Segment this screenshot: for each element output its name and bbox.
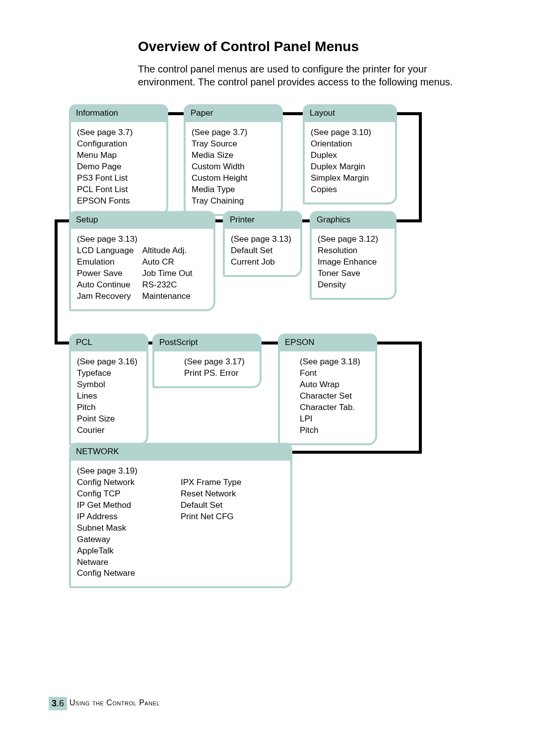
menu-item: Pitch: [300, 425, 369, 436]
menu-item: Point Size: [77, 413, 140, 425]
menu-item: Current Job: [231, 257, 294, 268]
menu-item: Maintenance: [142, 291, 208, 302]
menu-title: EPSON: [278, 334, 377, 351]
menu-item: EPSON Fonts: [77, 196, 160, 207]
menu-item: Menu Map: [77, 150, 160, 161]
menu-card-printer: Printer (See page 3.13) Default Set Curr…: [223, 211, 302, 277]
menu-item: IP Address: [77, 511, 181, 523]
menu-card-information: Information (See page 3.7) Configuration…: [69, 104, 168, 216]
page-ref: (See page 3.13): [77, 234, 207, 245]
page-ref: (See page 3.16): [77, 356, 140, 368]
menu-item: Copies: [311, 184, 389, 196]
menu-item: Toner Save: [318, 268, 389, 279]
menu-item: Reset Network: [181, 488, 284, 500]
menu-item: Jam Recovery: [77, 291, 142, 302]
menu-title: PostScript: [152, 334, 262, 351]
menu-card-graphics: Graphics (See page 3.12) Resolution Imag…: [310, 211, 397, 300]
menu-item: Print Net CFG: [181, 511, 284, 523]
document-page: Overview of Control Panel Menus The cont…: [0, 0, 536, 756]
connector: [419, 112, 422, 219]
menu-item: Demo Page: [77, 161, 160, 173]
page-ref: (See page 3.19): [77, 466, 181, 477]
menu-item: Media Size: [192, 150, 275, 161]
menu-title: Layout: [303, 104, 397, 122]
menu-card-layout: Layout (See page 3.10) Orientation Duple…: [303, 104, 397, 205]
connector: [394, 219, 422, 222]
menu-title: Graphics: [310, 211, 397, 229]
menu-card-pcl: PCL (See page 3.16) Typeface Symbol Line…: [69, 334, 148, 445]
page-ref: (See page 3.7): [192, 127, 275, 138]
menu-item: Netware: [77, 557, 181, 568]
footer-label: Using the Control Panel: [69, 698, 160, 707]
menu-item: Subnet Mask: [77, 523, 181, 534]
menu-item: Lines: [77, 391, 140, 402]
menu-item: Pitch: [77, 402, 140, 413]
menu-item: Auto CR: [142, 257, 208, 268]
menu-item: Typeface: [77, 368, 140, 379]
menu-item: Tray Source: [192, 138, 275, 150]
menu-item: Tray Chaining: [192, 196, 275, 207]
connector: [55, 219, 58, 344]
menu-item: LPI: [300, 413, 369, 425]
menu-item: IP Get Method: [77, 500, 181, 511]
menu-item: Print PS. Error: [184, 368, 254, 379]
menu-item: Default Set: [181, 500, 284, 511]
menu-item: PS3 Font List: [77, 173, 160, 184]
menu-item: Symbol: [77, 379, 140, 391]
page-ref: (See page 3.12): [318, 234, 389, 245]
menu-card-paper: Paper (See page 3.7) Tray Source Media S…: [184, 104, 283, 216]
menu-title: Paper: [184, 104, 283, 122]
menu-item: Emulation: [77, 257, 142, 268]
menu-item: Config TCP: [77, 488, 181, 500]
menu-item: Simplex Margin: [311, 173, 389, 184]
connector: [55, 342, 69, 344]
menu-item: LCD Language: [77, 245, 142, 257]
menu-item: Duplex: [311, 150, 389, 161]
menu-item: Resolution: [318, 245, 389, 257]
menu-item: Character Set: [300, 391, 369, 402]
menu-item: Auto Continue: [77, 279, 142, 291]
page-number: 6: [59, 698, 64, 708]
menu-card-setup: Setup (See page 3.13) LCD Language Emula…: [69, 211, 215, 311]
menu-title: Printer: [223, 211, 302, 229]
menu-item: Custom Width: [192, 161, 275, 173]
connector: [288, 451, 422, 454]
page-ref: (See page 3.10): [311, 127, 389, 138]
menu-item: Image Enhance: [318, 257, 389, 268]
menu-item: PCL Font List: [77, 184, 160, 196]
menu-item: Media Type: [192, 184, 275, 196]
intro-paragraph: The control panel menus are used to conf…: [138, 63, 456, 88]
menu-item: RS-232C: [142, 279, 208, 291]
menu-item: Font: [300, 368, 369, 379]
menu-item: Config Network: [77, 477, 181, 488]
menu-title: PCL: [69, 334, 148, 351]
page-title: Overview of Control Panel Menus: [138, 39, 359, 55]
menu-title: NETWORK: [69, 443, 292, 461]
menu-card-epson: EPSON (See page 3.18) Font Auto Wrap Cha…: [278, 334, 377, 445]
menu-item: Courier: [77, 425, 140, 436]
menu-card-postscript: PostScript (See page 3.17) Print PS. Err…: [152, 334, 262, 388]
menu-item: Duplex Margin: [311, 161, 389, 173]
chapter-number: 3: [52, 698, 57, 708]
menu-item: IPX Frame Type: [181, 477, 284, 488]
page-ref: (See page 3.17): [184, 356, 254, 368]
menu-item: Configuration: [77, 138, 160, 150]
menu-item: AppleTalk: [77, 546, 181, 557]
page-ref: (See page 3.18): [300, 356, 369, 368]
menu-item: Altitude Adj.: [142, 245, 208, 257]
menu-item: Orientation: [311, 138, 389, 150]
menu-item: Custom Height: [192, 173, 275, 184]
page-ref: (See page 3.13): [231, 234, 294, 245]
connector: [377, 342, 422, 344]
menu-item: Gateway: [77, 534, 181, 546]
menu-item: Power Save: [77, 268, 142, 279]
menu-title: Information: [69, 104, 168, 122]
connector: [419, 342, 422, 454]
menu-item: Density: [318, 279, 389, 291]
menu-item: Default Set: [231, 245, 294, 257]
page-number-badge: 3.6: [49, 697, 67, 710]
menu-item: Config Netware: [77, 568, 181, 579]
menu-item: Job Time Out: [142, 268, 208, 279]
page-ref: (See page 3.7): [77, 127, 160, 138]
menu-card-network: NETWORK (See page 3.19) Config Network C…: [69, 443, 292, 588]
